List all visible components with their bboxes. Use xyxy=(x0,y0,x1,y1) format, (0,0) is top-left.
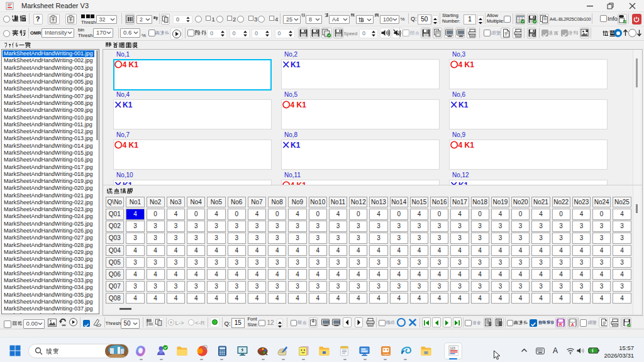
svg-text:A: A xyxy=(571,322,574,327)
svg-text:K1: K1 xyxy=(291,60,301,69)
svg-text:4 K1: 4 K1 xyxy=(291,101,307,109)
svg-text:K1: K1 xyxy=(123,101,133,109)
svg-text:K1: K1 xyxy=(291,141,301,149)
svg-text:123: 123 xyxy=(450,346,455,349)
svg-text:Copilot: Copilot xyxy=(383,353,390,356)
svg-text:4 K1: 4 K1 xyxy=(123,141,139,149)
svg-text:R: R xyxy=(559,322,562,327)
svg-text:K1: K1 xyxy=(458,101,469,109)
svg-text:4 K1: 4 K1 xyxy=(458,141,475,149)
svg-text:4 K1: 4 K1 xyxy=(123,60,139,69)
svg-text:4 K1: 4 K1 xyxy=(458,60,475,69)
